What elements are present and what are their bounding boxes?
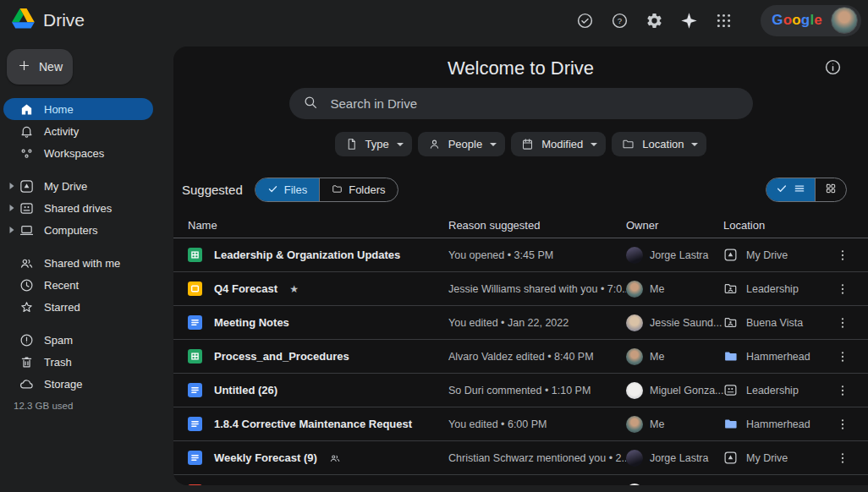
- offline-status-icon[interactable]: [575, 11, 594, 30]
- sidebar-item-shared-with-me[interactable]: Shared with me: [3, 252, 153, 274]
- chevron-down-icon: [397, 143, 404, 146]
- sidebar-item-label: Workspaces: [44, 147, 104, 160]
- sidebar-item-workspaces[interactable]: Workspaces: [3, 142, 153, 164]
- table-row[interactable]: Weekly Forecast (9)Christian Schwarz men…: [173, 441, 868, 475]
- avatar: [626, 450, 643, 467]
- table-row[interactable]: Leadership & Organization UpdatesYou ope…: [173, 238, 868, 272]
- location-cell[interactable]: My Drive: [723, 451, 824, 465]
- column-header-owner[interactable]: Owner: [626, 219, 723, 232]
- filter-chip-people[interactable]: People: [418, 132, 505, 156]
- filter-chip-label: People: [448, 138, 482, 150]
- filter-chip-modified[interactable]: Modified: [511, 132, 606, 156]
- sidebar-item-activity[interactable]: Activity: [3, 120, 153, 142]
- sidebar-item-trash[interactable]: Trash: [3, 351, 153, 373]
- location-name: My Drive: [746, 249, 788, 261]
- table-row[interactable]: IMS 1234 ...You edited • ...Miguel ...Be…: [173, 475, 868, 485]
- people-icon: [19, 255, 34, 271]
- info-icon[interactable]: [824, 58, 843, 77]
- sidebar-item-my-drive[interactable]: My Drive: [3, 175, 153, 197]
- table-row[interactable]: Untitled (26)So Duri commented • 1:10 PM…: [173, 374, 868, 407]
- chevron-down-icon: [691, 143, 698, 146]
- table-row[interactable]: Q4 Forecast★Jessie Williams shared with …: [173, 272, 868, 306]
- chevron-down-icon: [490, 143, 497, 146]
- file-name-cell: Q4 Forecast★: [188, 282, 448, 296]
- docs-file-icon: [188, 315, 202, 330]
- starred-icon: ★: [289, 283, 299, 295]
- location-filter-icon: [622, 138, 635, 150]
- location-name: Buena Vista: [746, 317, 803, 329]
- people-filter-icon: [428, 138, 441, 150]
- grid-view-option[interactable]: [815, 178, 846, 201]
- row-more-actions-button[interactable]: [824, 384, 861, 397]
- location-name: Leadership: [746, 283, 799, 295]
- row-more-actions-button[interactable]: [824, 418, 861, 431]
- reason-suggested-cell: Jessie Williams shared with you • 7:0...: [448, 283, 626, 295]
- search-input[interactable]: [329, 96, 739, 112]
- table-row[interactable]: Process_and_ProceduresAlvaro Valdez edit…: [173, 340, 868, 374]
- apps-grid-icon[interactable]: [714, 11, 733, 30]
- sidebar-item-recent[interactable]: Recent: [3, 274, 153, 296]
- location-cell[interactable]: Buena Vista: [723, 315, 824, 330]
- table-row[interactable]: Meeting NotesYou edited • Jan 22, 2022Je…: [173, 306, 868, 340]
- location-cell[interactable]: Leadership: [723, 282, 824, 296]
- clock-icon: [19, 277, 34, 292]
- expand-chevron-icon[interactable]: [7, 205, 17, 211]
- drive-logo-icon: [12, 8, 35, 32]
- location-cell[interactable]: Bellwood ...: [723, 484, 824, 485]
- filter-chip-location[interactable]: Location: [612, 132, 706, 156]
- folder-person-icon: [723, 282, 738, 296]
- location-cell[interactable]: Hammerhead: [723, 349, 824, 364]
- expand-chevron-icon[interactable]: [7, 183, 17, 189]
- files-toggle-option[interactable]: Files: [255, 178, 319, 201]
- sidebar-item-computers[interactable]: Computers: [3, 219, 153, 241]
- filter-chips: TypePeopleModifiedLocation: [173, 132, 868, 156]
- location-cell[interactable]: Leadership: [723, 383, 824, 397]
- row-more-actions-button[interactable]: [824, 316, 861, 330]
- sidebar-item-spam[interactable]: Spam: [3, 329, 153, 351]
- location-cell[interactable]: Hammerhead: [723, 417, 824, 431]
- sidebar-item-label: Storage: [44, 378, 83, 391]
- sidebar-item-home[interactable]: Home: [3, 98, 153, 120]
- sidebar-item-label: My Drive: [44, 180, 87, 193]
- filter-chip-label: Modified: [541, 138, 583, 150]
- sidebar-item-label: Shared with me: [44, 257, 120, 270]
- owner-name: Me: [650, 418, 664, 430]
- help-icon[interactable]: ?: [610, 11, 629, 30]
- row-more-actions-button[interactable]: [824, 485, 861, 486]
- column-header-location[interactable]: Location: [723, 219, 824, 232]
- list-view-option[interactable]: [766, 178, 815, 201]
- expand-chevron-icon[interactable]: [7, 227, 17, 233]
- location-name: Leadership: [746, 385, 799, 396]
- avatar: [626, 484, 643, 486]
- sidebar-item-label: Trash: [44, 356, 72, 369]
- check-icon: [776, 183, 788, 197]
- table-row[interactable]: 1.8.4 Corrective Maintenance RequestYou …: [173, 407, 868, 441]
- row-more-actions-button[interactable]: [824, 350, 861, 364]
- drive-brand[interactable]: Drive: [12, 8, 85, 32]
- row-more-actions-button[interactable]: [824, 249, 861, 262]
- file-name: Meeting Notes: [214, 316, 289, 329]
- location-cell[interactable]: My Drive: [723, 248, 824, 262]
- sidebar-item-starred[interactable]: Starred: [3, 296, 153, 318]
- settings-icon[interactable]: [645, 11, 663, 30]
- account-pill[interactable]: Google: [761, 5, 861, 36]
- row-more-actions-button[interactable]: [824, 282, 861, 296]
- sidebar-item-label: Shared drives: [44, 202, 112, 215]
- filter-chip-type[interactable]: Type: [335, 132, 412, 156]
- sidebar-item-shared-drives[interactable]: Shared drives: [3, 197, 153, 219]
- column-header-name[interactable]: Name: [188, 219, 448, 232]
- folders-toggle-option[interactable]: Folders: [319, 178, 397, 201]
- new-button[interactable]: New: [7, 49, 73, 85]
- owner-cell: Jorge Lastra: [626, 247, 723, 264]
- search-bar[interactable]: [289, 88, 753, 119]
- gemini-sparkle-icon[interactable]: [679, 11, 698, 30]
- column-header-reason[interactable]: Reason suggested: [448, 219, 626, 232]
- sidebar-item-label: Recent: [44, 279, 79, 292]
- account-avatar[interactable]: [831, 7, 858, 34]
- bell-icon: [19, 123, 34, 139]
- row-more-actions-button[interactable]: [824, 451, 861, 465]
- sidebar-item-storage[interactable]: Storage: [3, 373, 153, 395]
- owner-name: Me: [650, 351, 664, 363]
- files-folders-toggle: Files Folders: [255, 178, 398, 202]
- owner-name: Me: [650, 283, 664, 295]
